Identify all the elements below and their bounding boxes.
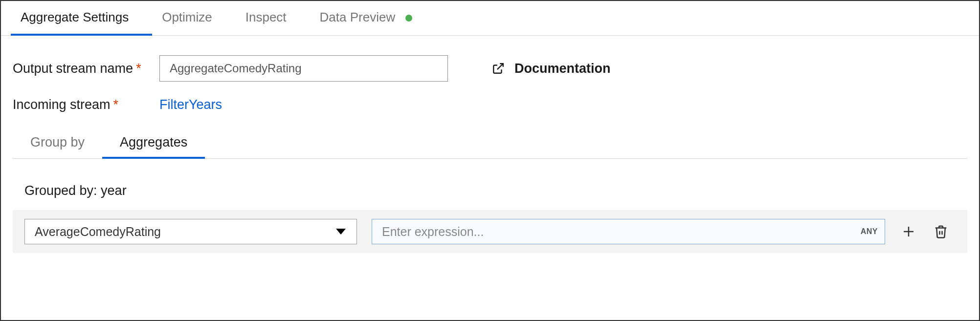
incoming-stream-label: Incoming stream* (13, 97, 159, 112)
status-dot-icon (405, 15, 412, 21)
grouped-by-label: Grouped by: year (24, 183, 967, 198)
output-stream-label: Output stream name* (13, 61, 159, 76)
tab-data-preview-label: Data Preview (320, 10, 396, 24)
type-badge: ANY (861, 227, 878, 236)
add-button[interactable] (900, 223, 917, 240)
chevron-down-icon (336, 229, 346, 235)
delete-button[interactable] (932, 223, 950, 240)
tab-data-preview[interactable]: Data Preview (310, 1, 436, 36)
subtab-aggregates[interactable]: Aggregates (102, 128, 205, 159)
settings-content: Output stream name* Documentation Incomi… (1, 36, 979, 265)
required-asterisk: * (136, 61, 141, 76)
subtab-group-by[interactable]: Group by (13, 128, 102, 159)
tab-optimize[interactable]: Optimize (152, 1, 236, 36)
output-stream-input[interactable] (159, 55, 448, 82)
output-stream-row: Output stream name* Documentation (13, 55, 967, 82)
documentation-label: Documentation (514, 61, 611, 76)
column-select-value: AverageComedyRating (35, 225, 161, 239)
incoming-stream-row: Incoming stream* FilterYears (13, 97, 967, 112)
incoming-stream-link[interactable]: FilterYears (159, 97, 222, 112)
tab-inspect[interactable]: Inspect (236, 1, 310, 36)
expression-placeholder: Enter expression... (382, 225, 484, 239)
expression-input[interactable]: Enter expression... ANY (372, 219, 885, 244)
column-select[interactable]: AverageComedyRating (24, 219, 357, 244)
aggregate-row: AverageComedyRating Enter expression... … (13, 210, 967, 253)
open-external-icon (492, 62, 505, 75)
sub-tabs: Group by Aggregates (13, 128, 967, 159)
trash-icon (934, 224, 948, 239)
documentation-link[interactable]: Documentation (492, 61, 611, 76)
tab-aggregate-settings[interactable]: Aggregate Settings (11, 1, 152, 36)
required-asterisk: * (113, 97, 119, 112)
main-tabs: Aggregate Settings Optimize Inspect Data… (1, 1, 979, 36)
plus-icon (901, 224, 916, 239)
